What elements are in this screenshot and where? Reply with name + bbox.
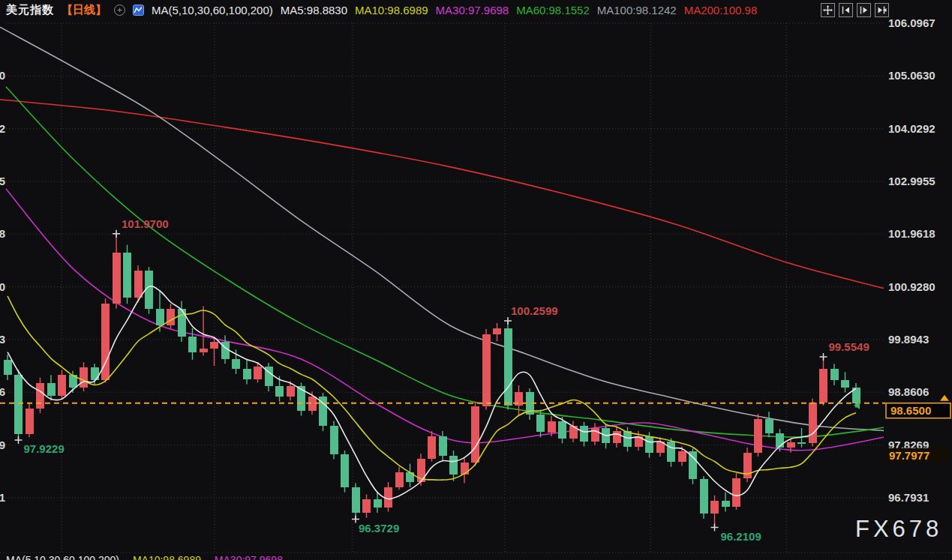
symbol-name: 美元指数: [6, 3, 54, 17]
gridlines: [0, 23, 952, 553]
candle-body: [841, 380, 849, 387]
price-annotation: 96.3729: [359, 522, 399, 535]
candle-body: [362, 499, 371, 513]
current-price-label: 98.6500: [890, 404, 931, 417]
candle-body: [188, 337, 197, 352]
footer-ma10: MA10:98.6989: [133, 554, 201, 560]
next-pane-clipped-header: MA(5,10,30,60,100,200) MA10:98.6989 MA30…: [0, 554, 952, 560]
candle-body: [200, 349, 208, 352]
annotations: 101.970097.922996.3729100.259996.210999.…: [15, 217, 869, 543]
candle-body: [678, 451, 686, 462]
candle-body: [36, 383, 44, 409]
axis-tick-label: 99.8943: [888, 333, 929, 346]
chart-window: 美元指数 【日线】 + MA(5,10,30,60,100,200) MA5:9…: [0, 0, 952, 560]
scroll-right-icon[interactable]: [857, 3, 871, 17]
candle-body: [395, 472, 404, 487]
candle-body: [113, 253, 121, 304]
candle-body: [504, 328, 512, 406]
candle-body: [700, 479, 708, 514]
candle-body: [330, 426, 338, 454]
ma100-value: MA100:98.1242: [597, 4, 677, 16]
candles-layer: [4, 234, 860, 528]
candle-body: [156, 309, 164, 325]
ma5-value: MA5:98.8830: [281, 4, 347, 16]
candle-body: [591, 428, 599, 442]
extreme-cross-marker: [15, 436, 23, 444]
candle-body: [461, 463, 469, 475]
candle-body: [123, 253, 131, 298]
axis-tick-label: 96.7931: [888, 491, 929, 504]
ma-line-ma60: [6, 87, 884, 437]
axis-tick-label: 100.9280: [888, 280, 935, 293]
price-annotation: 100.2599: [511, 304, 558, 317]
axis-left-clipped-digit: 9: [0, 439, 5, 451]
chart-toolbar: [821, 3, 889, 17]
candle-body: [732, 478, 740, 507]
ma30-value: MA30:97.9698: [436, 4, 509, 16]
candle-body: [341, 454, 349, 487]
candle-body: [493, 328, 501, 334]
candle-body: [287, 386, 295, 397]
pan-icon[interactable]: [821, 3, 835, 17]
axis-left-clipped-digit: 0: [0, 280, 5, 293]
extreme-cross-marker: [820, 353, 827, 361]
candle-body: [482, 334, 491, 407]
axis-left-clipped-digit: 3: [0, 333, 5, 346]
axis-tick-label: 104.0292: [888, 122, 935, 135]
price-annotation: 99.5549: [829, 340, 869, 353]
axis-left-clipped-digit: 6: [0, 385, 5, 398]
axis-left-clipped-digit: 8: [0, 227, 5, 240]
chart-header: 美元指数 【日线】 + MA(5,10,30,60,100,200) MA5:9…: [0, 0, 952, 19]
line-chart-icon: [133, 4, 144, 16]
ma-lines-slow: [0, 27, 884, 451]
candle-body: [26, 409, 34, 434]
candle-body: [406, 472, 414, 483]
candle-body: [232, 359, 240, 370]
price-annotation: 97.9229: [24, 442, 65, 455]
candle-body: [667, 442, 675, 462]
candle-body: [471, 406, 479, 463]
candle-body: [428, 436, 436, 459]
candle-body: [210, 342, 218, 349]
ma10-value: MA10:98.6989: [355, 4, 428, 16]
candle-body: [787, 442, 795, 448]
candle-body: [819, 369, 827, 403]
axis-tick-label: 105.0630: [888, 69, 935, 82]
candle-body: [809, 403, 817, 443]
price-annotation: 101.9700: [122, 217, 169, 230]
candle-body: [80, 367, 88, 388]
axis-left-clipped-digit: 2: [0, 122, 5, 135]
axis-tick-label: 98.8606: [888, 385, 929, 398]
period-label[interactable]: 【日线】: [62, 3, 107, 17]
ma-line-ma5: [8, 286, 856, 499]
candle-body: [797, 442, 806, 444]
candle-body: [167, 309, 175, 325]
candle-body: [558, 421, 566, 439]
candle-body: [536, 415, 545, 432]
candle-body: [613, 431, 621, 443]
fx678-watermark: FX678: [855, 516, 942, 543]
ma-line-ma200: [0, 100, 884, 289]
candle-body: [765, 419, 773, 433]
candle-body: [374, 499, 382, 508]
candle-body: [852, 388, 860, 403]
candle-body: [645, 436, 653, 453]
jump-latest-icon[interactable]: [875, 3, 889, 17]
ma200-value: MA200:100.98: [684, 4, 758, 16]
candle-body: [384, 487, 392, 508]
scroll-left-icon[interactable]: [839, 3, 853, 17]
candle-body: [243, 369, 251, 379]
circle-plus-icon[interactable]: +: [114, 4, 125, 16]
axis-tick-label: 101.9618: [888, 227, 935, 240]
candle-body: [58, 375, 66, 395]
axis-left-clipped-digit: 1: [0, 491, 5, 504]
footer-ma30: MA30:97.9698: [215, 554, 283, 560]
extreme-cross-marker: [711, 524, 719, 532]
price-chart-canvas[interactable]: 101.970097.922996.3729100.259996.210999.…: [0, 0, 952, 560]
candle-body: [580, 426, 588, 441]
axis-tick-label: 102.9955: [888, 175, 935, 187]
candle-body: [754, 419, 762, 453]
candle-body: [275, 386, 284, 397]
candle-body: [352, 487, 360, 513]
ma-lines-fast: [8, 286, 856, 499]
